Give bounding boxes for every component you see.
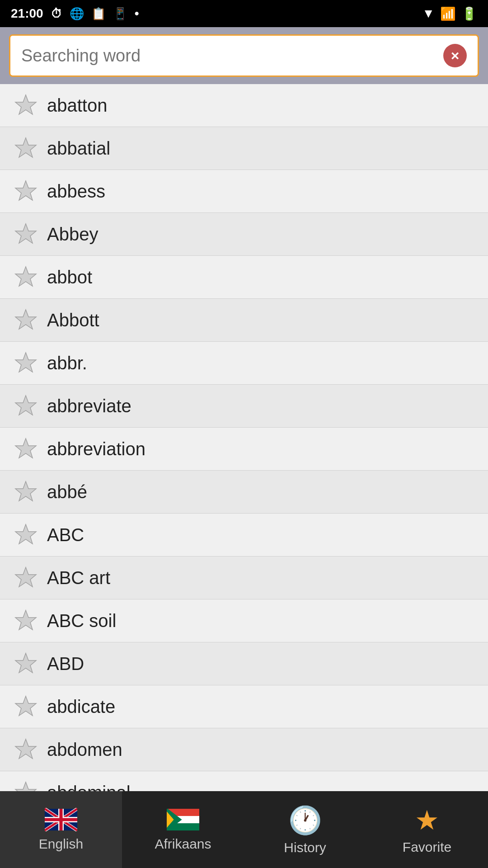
list-item[interactable]: abatton: [0, 84, 488, 127]
svg-marker-13: [15, 653, 36, 673]
word-label: abbreviation: [47, 439, 145, 459]
word-label: abbess: [47, 181, 105, 202]
list-item[interactable]: ABD: [0, 642, 488, 685]
svg-marker-6: [15, 353, 36, 372]
circle-icon: ⏱: [51, 7, 62, 21]
word-label: ABC art: [47, 568, 110, 588]
list-item[interactable]: abbé: [0, 471, 488, 514]
star-icon[interactable]: [14, 265, 38, 289]
list-item[interactable]: abdicate: [0, 685, 488, 728]
list-item[interactable]: abbot: [0, 256, 488, 299]
list-item[interactable]: abdomen: [0, 728, 488, 771]
list-item[interactable]: Abbey: [0, 213, 488, 256]
search-bar: ×: [9, 34, 479, 77]
word-list: abatton abbatial abbess Abbey abbot Abbo…: [0, 84, 488, 791]
status-left: 21:00 ⏱ 🌐 📋 📱 •: [11, 6, 139, 21]
list-item[interactable]: abbreviate: [0, 385, 488, 428]
nav-history[interactable]: 🕐 History: [244, 791, 366, 868]
list-item[interactable]: Abbott: [0, 299, 488, 342]
list-item[interactable]: abdominal: [0, 771, 488, 791]
svg-marker-12: [15, 610, 36, 630]
close-icon: ×: [451, 47, 460, 64]
word-label: abdomen: [47, 740, 122, 760]
nav-favorite-label: Favorite: [403, 840, 451, 855]
nav-english-label: English: [39, 836, 83, 852]
wifi-icon: ▼: [422, 6, 435, 21]
list-item[interactable]: ABC soil: [0, 599, 488, 642]
list-item[interactable]: abbr.: [0, 342, 488, 385]
word-label: Abbey: [47, 224, 98, 245]
svg-marker-9: [15, 481, 36, 501]
star-icon[interactable]: [14, 523, 38, 547]
star-icon[interactable]: [14, 480, 38, 504]
word-label: Abbott: [47, 310, 99, 330]
word-label: abbé: [47, 482, 87, 502]
status-bar: 21:00 ⏱ 🌐 📋 📱 • ▼ 📶 🔋: [0, 0, 488, 27]
favorite-star-icon: ★: [415, 804, 439, 836]
bottom-nav: English: [0, 791, 488, 868]
sim-icon: 📱: [113, 7, 127, 21]
star-icon[interactable]: [14, 780, 38, 791]
list-item[interactable]: ABC art: [0, 557, 488, 599]
star-icon[interactable]: [14, 222, 38, 246]
word-label: abdominal: [47, 783, 131, 792]
flag-za-icon: [167, 808, 199, 833]
svg-marker-15: [15, 739, 36, 759]
svg-marker-14: [15, 696, 36, 716]
star-icon[interactable]: [14, 394, 38, 418]
star-icon[interactable]: [14, 93, 38, 118]
star-icon[interactable]: [14, 308, 38, 332]
svg-marker-11: [15, 567, 36, 587]
nav-favorite[interactable]: ★ Favorite: [366, 791, 488, 868]
nav-afrikaans[interactable]: Afrikaans: [122, 791, 244, 868]
word-label: abbatial: [47, 138, 110, 159]
flag-uk-icon: [45, 808, 77, 833]
history-clock-icon: 🕐: [288, 804, 322, 836]
svg-marker-3: [15, 224, 36, 243]
dot-icon: •: [135, 6, 139, 21]
word-label: ABC: [47, 525, 84, 545]
clipboard-icon: 📋: [91, 7, 106, 21]
nav-history-label: History: [284, 840, 326, 855]
time-display: 21:00: [11, 6, 43, 21]
star-icon[interactable]: [14, 694, 38, 719]
list-item[interactable]: abbatial: [0, 127, 488, 170]
word-label: abbot: [47, 267, 92, 288]
svg-marker-16: [15, 782, 36, 791]
status-right: ▼ 📶 🔋: [422, 6, 477, 21]
star-icon[interactable]: [14, 609, 38, 633]
svg-marker-4: [15, 267, 36, 286]
star-icon[interactable]: [14, 437, 38, 461]
word-label: abatton: [47, 95, 107, 116]
list-item[interactable]: ABC: [0, 514, 488, 557]
svg-marker-0: [15, 95, 36, 114]
star-icon[interactable]: [14, 737, 38, 762]
word-label: ABD: [47, 654, 84, 674]
list-item[interactable]: abbreviation: [0, 428, 488, 471]
battery-icon: 🔋: [461, 6, 477, 21]
svg-marker-1: [15, 138, 36, 157]
star-icon[interactable]: [14, 179, 38, 203]
star-icon[interactable]: [14, 351, 38, 375]
svg-marker-5: [15, 310, 36, 329]
search-bar-container: ×: [0, 27, 488, 84]
word-label: ABC soil: [47, 611, 116, 631]
star-icon[interactable]: [14, 651, 38, 676]
search-input[interactable]: [21, 46, 436, 66]
svg-marker-2: [15, 181, 36, 200]
star-icon[interactable]: [14, 566, 38, 590]
list-item[interactable]: abbess: [0, 170, 488, 213]
nav-english[interactable]: English: [0, 791, 122, 868]
nav-afrikaans-label: Afrikaans: [155, 836, 211, 852]
search-clear-button[interactable]: ×: [443, 44, 467, 67]
globe-icon: 🌐: [70, 7, 84, 21]
signal-icon: 📶: [440, 6, 456, 21]
word-label: abdicate: [47, 697, 115, 717]
word-label: abbr.: [47, 353, 87, 373]
svg-marker-10: [15, 524, 36, 544]
svg-marker-8: [15, 439, 36, 458]
word-label: abbreviate: [47, 396, 131, 416]
svg-marker-7: [15, 396, 36, 415]
star-icon[interactable]: [14, 136, 38, 160]
